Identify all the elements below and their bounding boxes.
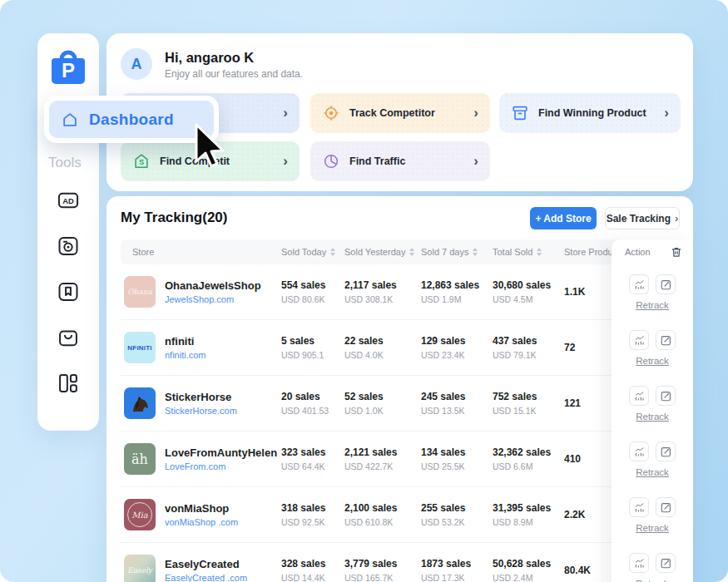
stats-button[interactable]: [629, 497, 649, 517]
edit-button[interactable]: [656, 274, 676, 294]
store-products-cell: 1.1K: [564, 286, 612, 298]
pie-chart-icon: [322, 152, 340, 170]
layout-grid-icon: [57, 372, 80, 395]
sold-yesterday-cell: 2,117 salesUSD 308.1K: [344, 279, 421, 304]
chart-icon: [633, 390, 646, 402]
sale-tracking-button[interactable]: Sale Tracking ›: [605, 207, 680, 229]
store-cell: Ohana OhanaJewelsShop JewelsShop.com: [121, 276, 281, 308]
feature-card-find-winning-product[interactable]: Find Winning Product ›: [499, 93, 681, 133]
retrack-link[interactable]: Retrack: [636, 412, 669, 422]
column-header-store: Store: [121, 247, 281, 257]
chevron-right-icon: ›: [664, 105, 669, 121]
store-name: vonMiaShop: [165, 502, 238, 515]
feature-label: Track Competitor: [349, 107, 435, 119]
edit-button[interactable]: [656, 441, 676, 461]
sort-icon: [537, 248, 542, 256]
store-domain-link[interactable]: JewelsShop.com: [165, 294, 261, 304]
retrack-link[interactable]: Retrack: [636, 467, 669, 477]
action-column-panel: Action R: [612, 239, 693, 582]
app-logo-icon[interactable]: P: [47, 45, 90, 88]
home-icon: [61, 111, 79, 129]
sidebar-item-apps[interactable]: [54, 369, 82, 397]
sidebar-item-product-research[interactable]: [54, 232, 82, 260]
my-tracking-card: My Tracking(20) + Add Store Sale Trackin…: [106, 196, 693, 582]
store-domain-link[interactable]: EaselyCreated .com: [165, 573, 247, 582]
edit-button[interactable]: [656, 553, 676, 573]
sold-today-cell: 5 salesUSD 905.1: [281, 335, 344, 360]
sort-icon: [473, 248, 478, 256]
svg-text:P: P: [62, 59, 75, 81]
table-row: äh LoveFromAuntyHelen LoveFrom.com 323 s…: [121, 432, 612, 487]
app-window: P Tools AD: [0, 0, 728, 582]
chart-icon: [633, 446, 646, 458]
stats-button[interactable]: [629, 274, 649, 294]
store-cell: äh LoveFromAuntyHelen LoveFrom.com: [121, 443, 281, 475]
feature-card-find-traffic[interactable]: Find Traffic ›: [310, 141, 490, 181]
feature-card-find-competitor[interactable]: S Find Competit ›: [121, 141, 300, 181]
sidebar-item-saved[interactable]: [54, 278, 82, 306]
chevron-right-icon: ›: [473, 105, 478, 121]
store-domain-link[interactable]: nfiniti.com: [165, 350, 206, 360]
edit-icon: [660, 446, 672, 458]
sidebar-item-dashboard[interactable]: Dashboard: [49, 101, 214, 138]
ad-icon: AD: [57, 189, 80, 212]
edit-button[interactable]: [656, 497, 676, 517]
retrack-link[interactable]: Retrack: [636, 579, 669, 582]
shopping-bag-icon: [57, 326, 80, 349]
chart-icon: [633, 557, 646, 570]
store-domain-link[interactable]: LoveFrom.com: [165, 461, 277, 471]
action-row: Retrack: [612, 432, 693, 487]
sidebar: P Tools AD: [37, 33, 99, 431]
svg-text:AD: AD: [62, 197, 74, 205]
store-products-cell: 2.2K: [564, 509, 612, 520]
chart-icon: [633, 279, 646, 291]
sold-yesterday-cell: 52 salesUSD 1.0K: [344, 391, 421, 416]
column-header-sold-yesterday[interactable]: Sold Yesterday: [344, 247, 421, 257]
sold-yesterday-cell: 2,100 salesUSD 610.8K: [344, 502, 421, 527]
chart-icon: [633, 501, 646, 514]
sold-7days-cell: 134 salesUSD 25.5K: [421, 446, 493, 471]
store-logo: äh: [124, 443, 156, 475]
sidebar-item-ads[interactable]: AD: [54, 186, 82, 215]
store-domain-link[interactable]: vonMiaShop .com: [165, 517, 238, 527]
sold-7days-cell: 245 salesUSD 13.5K: [421, 391, 493, 416]
edit-button[interactable]: [656, 330, 676, 350]
sold-today-cell: 318 salesUSD 92.5K: [281, 502, 344, 527]
store-domain-link[interactable]: StickerHorse.com: [165, 406, 237, 416]
sidebar-tools: AD: [37, 186, 99, 397]
edit-button[interactable]: [656, 386, 676, 406]
store-products-cell: 410: [564, 453, 612, 465]
sold-today-cell: 554 salesUSD 80.6K: [281, 279, 344, 304]
greeting-title: Hi, angaroo K: [165, 50, 254, 66]
stats-button[interactable]: [629, 441, 649, 461]
total-sold-cell: 30,680 salesUSD 4.5M: [493, 279, 564, 304]
sold-7days-cell: 129 salesUSD 23.4K: [421, 335, 493, 360]
table-row: NFiNiTi nfiniti nfiniti.com 5 salesUSD 9…: [121, 320, 612, 376]
edit-icon: [660, 557, 672, 570]
stats-button[interactable]: [629, 330, 649, 350]
retrack-link[interactable]: Retrack: [636, 300, 669, 310]
store-logo: Easely: [124, 555, 156, 582]
column-header-store-products[interactable]: Store Products: [564, 247, 612, 257]
retrack-link[interactable]: Retrack: [636, 523, 669, 533]
retrack-link[interactable]: Retrack: [636, 356, 669, 366]
column-header-total-sold[interactable]: Total Sold: [493, 247, 564, 257]
delete-stores-button[interactable]: [670, 245, 683, 259]
sold-today-cell: 323 salesUSD 64.4K: [281, 446, 344, 471]
feature-card-track-competitor[interactable]: Track Competitor ›: [310, 93, 490, 133]
store-cell: Mia vonMiaShop vonMiaShop .com: [121, 499, 281, 530]
avatar: A: [121, 48, 152, 80]
sort-icon: [409, 248, 414, 256]
trash-icon: [670, 245, 683, 259]
action-row: Retrack: [612, 376, 693, 432]
column-header-sold-today[interactable]: Sold Today: [281, 247, 344, 257]
add-store-button[interactable]: + Add Store: [530, 207, 597, 229]
sidebar-item-stores[interactable]: [54, 323, 82, 352]
table-header: Store Sold Today Sold Yesterday Sold 7 d…: [121, 239, 679, 264]
column-header-sold-7days[interactable]: Sold 7 days: [421, 247, 493, 257]
action-row: Retrack: [612, 543, 693, 582]
total-sold-cell: 437 salesUSD 79.1K: [493, 335, 564, 360]
feature-label: Find Winning Product: [538, 107, 646, 119]
stats-button[interactable]: [629, 553, 649, 573]
stats-button[interactable]: [629, 386, 649, 406]
